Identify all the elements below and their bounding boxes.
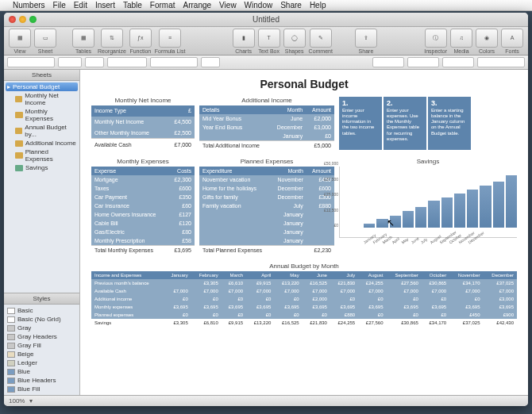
formula-list-button[interactable]: ≡ bbox=[159, 29, 181, 48]
border-button[interactable] bbox=[407, 57, 439, 67]
style-gray-fill[interactable]: Gray Fill bbox=[6, 341, 78, 350]
comment-button[interactable]: ✎ bbox=[310, 29, 332, 48]
table-monthly-net-income[interactable]: Monthly Net Income bbox=[6, 91, 78, 107]
reorganize-button[interactable]: ⇅ bbox=[101, 29, 123, 48]
document-title: Personal Budget bbox=[91, 78, 517, 90]
tables-button[interactable]: ▦ bbox=[72, 29, 94, 48]
style-blue-fill[interactable]: Blue Fill bbox=[6, 385, 78, 393]
bar[interactable] bbox=[403, 211, 414, 228]
wrap-button[interactable] bbox=[442, 57, 474, 67]
statusbar: 100% ▾ bbox=[4, 395, 528, 406]
menu-numbers[interactable]: Numbers bbox=[13, 1, 45, 10]
fonts-button[interactable]: A bbox=[501, 29, 523, 48]
font-style-select[interactable] bbox=[58, 57, 82, 67]
menu-share[interactable]: Share bbox=[280, 1, 302, 10]
bar[interactable] bbox=[506, 175, 517, 228]
charts-button[interactable]: ▮ bbox=[233, 29, 255, 48]
zoom-level[interactable]: 100% bbox=[9, 397, 25, 404]
menubar[interactable]: Numbers File Edit Insert Table Format Ar… bbox=[0, 0, 532, 11]
bar[interactable] bbox=[390, 216, 401, 228]
menu-edit[interactable]: Edit bbox=[74, 1, 87, 10]
style-blue-headers[interactable]: Blue Headers bbox=[6, 376, 78, 385]
chart-savings-item[interactable]: Savings bbox=[6, 163, 78, 172]
table-annual-budget[interactable]: Annual Budget by... bbox=[6, 123, 78, 139]
table-additional-income[interactable]: Additional Income bbox=[6, 139, 78, 148]
table-planned-expenses[interactable]: Planned Expenses bbox=[6, 148, 78, 163]
hints: 1.Enter your income information in the t… bbox=[339, 97, 471, 150]
menu-table[interactable]: Table bbox=[123, 1, 142, 10]
cell-format-select[interactable] bbox=[477, 57, 525, 67]
bar[interactable] bbox=[467, 190, 478, 228]
bar[interactable] bbox=[493, 182, 504, 228]
style-ledger[interactable]: Ledger bbox=[6, 358, 78, 367]
document-window: Untitled ▦View ▭Sheet ▦Tables ⇅Reorganiz… bbox=[4, 13, 528, 406]
text-color-button[interactable] bbox=[201, 57, 220, 67]
sidebar: Sheets ▸ Personal Budget Monthly Net Inc… bbox=[4, 70, 80, 395]
menu-file[interactable]: File bbox=[53, 1, 66, 10]
font-size-select[interactable] bbox=[85, 57, 104, 67]
fill-color-button[interactable] bbox=[372, 57, 404, 67]
sheet-personal-budget[interactable]: ▸ Personal Budget bbox=[6, 82, 78, 91]
bar[interactable] bbox=[441, 197, 453, 228]
menu-insert[interactable]: Insert bbox=[95, 1, 115, 10]
style-blue[interactable]: Blue bbox=[6, 367, 78, 376]
menu-format[interactable]: Format bbox=[150, 1, 175, 10]
canvas[interactable]: Personal Budget Monthly Net IncomeIncome… bbox=[80, 70, 528, 395]
hint-box: 2.Enter your expenses. Use the Monthly E… bbox=[384, 97, 426, 150]
style-gray-headers[interactable]: Gray Headers bbox=[6, 332, 78, 341]
style-beige[interactable]: Beige bbox=[6, 350, 78, 358]
menu-window[interactable]: Window bbox=[245, 1, 273, 10]
text-style-buttons[interactable] bbox=[107, 57, 147, 67]
bar[interactable] bbox=[415, 207, 426, 228]
monthly-expenses-table[interactable]: Monthly ExpensesExpenseCostsMortgage£2,3… bbox=[91, 158, 195, 255]
annual-budget-table[interactable]: Annual Budget by MonthIncome and Expense… bbox=[91, 263, 517, 327]
menu-help[interactable]: Help bbox=[310, 1, 326, 10]
table-monthly-expenses[interactable]: Monthly Expenses bbox=[6, 107, 78, 123]
bar[interactable] bbox=[364, 224, 375, 228]
additional-income-table[interactable]: Additional IncomeDetailsMonthAmountMid Y… bbox=[199, 97, 334, 150]
inspector-button[interactable]: ⓘ bbox=[425, 29, 447, 48]
view-button[interactable]: ▦ bbox=[9, 29, 31, 48]
bar[interactable] bbox=[376, 219, 387, 228]
bar[interactable] bbox=[428, 201, 439, 228]
bar[interactable] bbox=[454, 194, 465, 228]
font-family-select[interactable] bbox=[7, 57, 55, 67]
hint-box: 1.Enter your income information in the t… bbox=[339, 97, 382, 150]
sheet-button[interactable]: ▭ bbox=[34, 29, 56, 48]
style-basic[interactable]: Basic bbox=[6, 306, 78, 315]
share-button[interactable]: ⇪ bbox=[355, 29, 377, 48]
colors-button[interactable]: ◉ bbox=[476, 29, 498, 48]
hint-box: 3.Enter a starting balance in the Januar… bbox=[428, 97, 471, 150]
zoom-dropdown-icon[interactable]: ▾ bbox=[29, 397, 33, 404]
styles-header: Styles bbox=[4, 293, 79, 305]
bar[interactable] bbox=[480, 186, 491, 228]
style-basic-no-grid-[interactable]: Basic (No Grid) bbox=[6, 315, 78, 324]
menu-arrange[interactable]: Arrange bbox=[183, 1, 212, 10]
savings-chart[interactable]: Savings £0£12,500£25,000£37,500£50,000Ja… bbox=[339, 158, 517, 238]
style-gray[interactable]: Gray bbox=[6, 324, 78, 332]
menu-view[interactable]: View bbox=[219, 1, 237, 10]
monthly-net-income-table[interactable]: Monthly Net IncomeIncome Type£Monthly Ne… bbox=[91, 97, 195, 150]
sheets-header: Sheets bbox=[4, 70, 79, 81]
titlebar: Untitled bbox=[4, 13, 528, 27]
window-title: Untitled bbox=[4, 15, 528, 24]
media-button[interactable]: ♫ bbox=[450, 29, 472, 48]
function-button[interactable]: ƒx bbox=[129, 29, 152, 48]
align-buttons[interactable] bbox=[150, 57, 198, 67]
planned-expenses-table[interactable]: Planned ExpensesExpenditureMonthAmountNo… bbox=[199, 158, 334, 255]
shapes-button[interactable]: ◯ bbox=[283, 29, 306, 48]
toolbar: ▦View ▭Sheet ▦Tables ⇅Reorganize ƒxFunct… bbox=[4, 27, 528, 56]
format-bar bbox=[4, 56, 528, 70]
text-box-button[interactable]: T bbox=[258, 29, 280, 48]
